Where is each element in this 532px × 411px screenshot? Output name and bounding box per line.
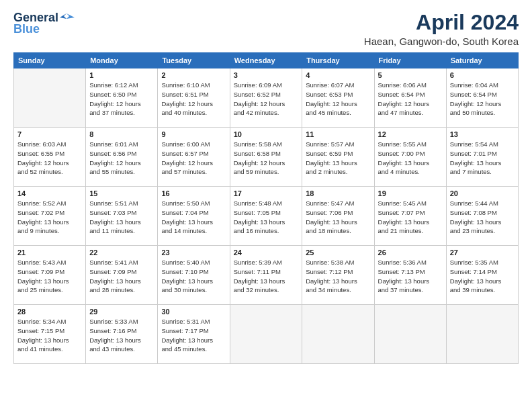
day-number: 3 [234, 71, 299, 79]
day-number: 30 [161, 308, 226, 316]
day-number: 20 [450, 189, 515, 197]
calendar-cell: 20Sunrise: 5:44 AMSunset: 7:08 PMDayligh… [446, 187, 518, 246]
day-number: 10 [234, 130, 299, 138]
day-info: Sunrise: 6:03 AMSunset: 6:55 PMDaylight:… [17, 140, 82, 177]
calendar-cell: 9Sunrise: 6:00 AMSunset: 6:57 PMDaylight… [158, 128, 230, 187]
calendar-week-3: 14Sunrise: 5:52 AMSunset: 7:02 PMDayligh… [14, 187, 519, 246]
day-info: Sunrise: 5:48 AMSunset: 7:05 PMDaylight:… [234, 199, 299, 236]
calendar-cell [302, 305, 374, 364]
day-number: 28 [17, 308, 82, 316]
day-number: 21 [17, 248, 82, 257]
day-info: Sunrise: 6:04 AMSunset: 6:54 PMDaylight:… [450, 81, 515, 118]
day-info: Sunrise: 5:40 AMSunset: 7:10 PMDaylight:… [161, 258, 226, 295]
day-info: Sunrise: 5:41 AMSunset: 7:09 PMDaylight:… [89, 258, 154, 295]
logo: General Blue [13, 11, 75, 36]
calendar-week-5: 28Sunrise: 5:34 AMSunset: 7:15 PMDayligh… [14, 305, 519, 364]
weekday-header-friday: Friday [374, 53, 446, 68]
calendar-cell: 6Sunrise: 6:04 AMSunset: 6:54 PMDaylight… [446, 68, 518, 128]
day-number: 16 [161, 189, 226, 197]
weekday-header-monday: Monday [86, 53, 158, 68]
day-info: Sunrise: 5:58 AMSunset: 6:58 PMDaylight:… [234, 140, 299, 177]
day-number: 24 [234, 248, 299, 257]
calendar-cell: 19Sunrise: 5:45 AMSunset: 7:07 PMDayligh… [374, 187, 446, 246]
svg-marker-0 [66, 13, 75, 19]
calendar-cell: 14Sunrise: 5:52 AMSunset: 7:02 PMDayligh… [14, 187, 86, 246]
day-info: Sunrise: 5:35 AMSunset: 7:14 PMDaylight:… [450, 258, 515, 295]
day-info: Sunrise: 5:44 AMSunset: 7:08 PMDaylight:… [450, 199, 515, 236]
calendar-week-4: 21Sunrise: 5:43 AMSunset: 7:09 PMDayligh… [14, 246, 519, 305]
weekday-header-sunday: Sunday [14, 53, 86, 68]
day-number: 25 [306, 248, 370, 257]
svg-marker-1 [60, 13, 66, 19]
day-number: 19 [378, 189, 443, 197]
calendar-cell: 1Sunrise: 6:12 AMSunset: 6:50 PMDaylight… [86, 68, 158, 128]
calendar-cell: 18Sunrise: 5:47 AMSunset: 7:06 PMDayligh… [302, 187, 374, 246]
day-number: 18 [306, 189, 370, 197]
calendar-cell: 2Sunrise: 6:10 AMSunset: 6:51 PMDaylight… [158, 68, 230, 128]
day-info: Sunrise: 5:34 AMSunset: 7:15 PMDaylight:… [17, 317, 82, 354]
header: General Blue April 2024 Haean, Gangwon-d… [13, 11, 519, 47]
day-info: Sunrise: 5:50 AMSunset: 7:04 PMDaylight:… [161, 199, 226, 236]
calendar-cell: 27Sunrise: 5:35 AMSunset: 7:14 PMDayligh… [446, 246, 518, 305]
day-number: 22 [89, 248, 154, 257]
day-info: Sunrise: 5:39 AMSunset: 7:11 PMDaylight:… [234, 258, 299, 295]
day-number: 27 [450, 248, 515, 257]
day-info: Sunrise: 5:54 AMSunset: 7:01 PMDaylight:… [450, 140, 515, 177]
calendar-cell: 13Sunrise: 5:54 AMSunset: 7:01 PMDayligh… [446, 128, 518, 187]
day-number: 29 [89, 308, 154, 316]
calendar-cell: 29Sunrise: 5:33 AMSunset: 7:16 PMDayligh… [86, 305, 158, 364]
day-number: 9 [161, 130, 226, 138]
calendar-cell: 11Sunrise: 5:57 AMSunset: 6:59 PMDayligh… [302, 128, 374, 187]
calendar-cell: 4Sunrise: 6:07 AMSunset: 6:53 PMDaylight… [302, 68, 374, 128]
calendar-cell: 12Sunrise: 5:55 AMSunset: 7:00 PMDayligh… [374, 128, 446, 187]
day-info: Sunrise: 5:57 AMSunset: 6:59 PMDaylight:… [306, 140, 370, 177]
calendar-header: SundayMondayTuesdayWednesdayThursdayFrid… [14, 53, 519, 68]
day-info: Sunrise: 6:01 AMSunset: 6:56 PMDaylight:… [89, 140, 154, 177]
day-number: 7 [17, 130, 82, 138]
calendar-cell [230, 305, 302, 364]
calendar-week-1: 1Sunrise: 6:12 AMSunset: 6:50 PMDaylight… [14, 68, 519, 128]
day-info: Sunrise: 5:51 AMSunset: 7:03 PMDaylight:… [89, 199, 154, 236]
weekday-header-saturday: Saturday [446, 53, 518, 68]
month-title: April 2024 [364, 11, 519, 34]
day-info: Sunrise: 5:52 AMSunset: 7:02 PMDaylight:… [17, 199, 82, 236]
day-info: Sunrise: 5:47 AMSunset: 7:06 PMDaylight:… [306, 199, 370, 236]
day-info: Sunrise: 6:12 AMSunset: 6:50 PMDaylight:… [89, 81, 154, 118]
day-info: Sunrise: 6:09 AMSunset: 6:52 PMDaylight:… [234, 81, 299, 118]
calendar-cell: 30Sunrise: 5:31 AMSunset: 7:17 PMDayligh… [158, 305, 230, 364]
weekday-header-row: SundayMondayTuesdayWednesdayThursdayFrid… [14, 53, 519, 68]
calendar-table: SundayMondayTuesdayWednesdayThursdayFrid… [13, 52, 519, 364]
day-number: 1 [89, 71, 154, 79]
day-number: 6 [450, 71, 515, 79]
title-block: April 2024 Haean, Gangwon-do, South Kore… [364, 11, 519, 47]
day-number: 4 [306, 71, 370, 79]
day-info: Sunrise: 5:36 AMSunset: 7:13 PMDaylight:… [378, 258, 443, 295]
calendar-cell: 25Sunrise: 5:38 AMSunset: 7:12 PMDayligh… [302, 246, 374, 305]
day-number: 2 [161, 71, 226, 79]
day-number: 13 [450, 130, 515, 138]
day-number: 14 [17, 189, 82, 197]
calendar-cell: 15Sunrise: 5:51 AMSunset: 7:03 PMDayligh… [86, 187, 158, 246]
day-number: 11 [306, 130, 370, 138]
calendar-body: 1Sunrise: 6:12 AMSunset: 6:50 PMDaylight… [14, 68, 519, 364]
location: Haean, Gangwon-do, South Korea [364, 36, 519, 47]
calendar-cell: 28Sunrise: 5:34 AMSunset: 7:15 PMDayligh… [14, 305, 86, 364]
day-number: 8 [89, 130, 154, 138]
calendar-cell: 22Sunrise: 5:41 AMSunset: 7:09 PMDayligh… [86, 246, 158, 305]
day-info: Sunrise: 6:07 AMSunset: 6:53 PMDaylight:… [306, 81, 370, 118]
calendar-cell: 23Sunrise: 5:40 AMSunset: 7:10 PMDayligh… [158, 246, 230, 305]
calendar-cell: 7Sunrise: 6:03 AMSunset: 6:55 PMDaylight… [14, 128, 86, 187]
logo-bird-icon [60, 12, 75, 24]
calendar-cell: 26Sunrise: 5:36 AMSunset: 7:13 PMDayligh… [374, 246, 446, 305]
calendar-cell [14, 68, 86, 128]
day-info: Sunrise: 5:31 AMSunset: 7:17 PMDaylight:… [161, 317, 226, 354]
weekday-header-tuesday: Tuesday [158, 53, 230, 68]
day-number: 23 [161, 248, 226, 257]
day-number: 17 [234, 189, 299, 197]
calendar-cell: 5Sunrise: 6:06 AMSunset: 6:54 PMDaylight… [374, 68, 446, 128]
day-number: 12 [378, 130, 443, 138]
calendar-cell: 16Sunrise: 5:50 AMSunset: 7:04 PMDayligh… [158, 187, 230, 246]
day-info: Sunrise: 6:10 AMSunset: 6:51 PMDaylight:… [161, 81, 226, 118]
calendar-page: General Blue April 2024 Haean, Gangwon-d… [0, 0, 532, 411]
day-number: 15 [89, 189, 154, 197]
